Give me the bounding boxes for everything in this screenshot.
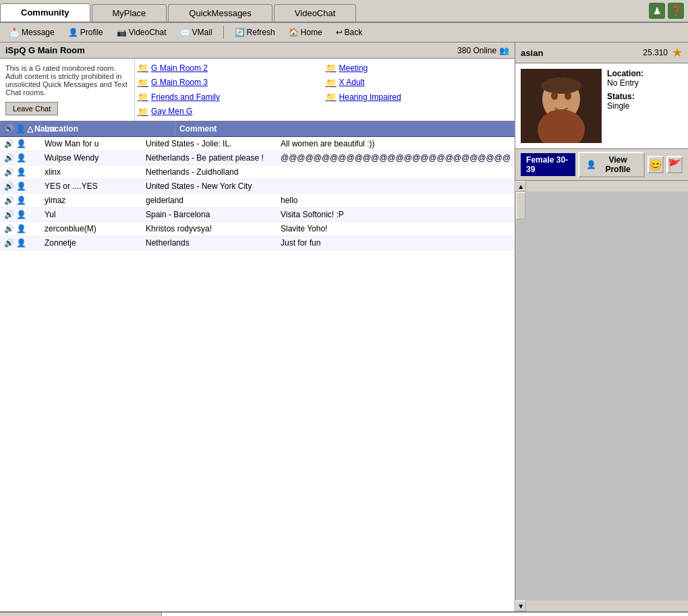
speaker-icon: 🔊	[4, 210, 14, 219]
view-profile-button[interactable]: 👤 View Profile	[578, 152, 645, 177]
leave-chat-button[interactable]: Leave Chat	[5, 102, 58, 115]
room-description: This is a G rated monitored room. Adult …	[0, 59, 135, 121]
avatar-icon: 👤	[16, 238, 26, 248]
home-icon: 🏠	[289, 28, 299, 37]
user-location: United States - Jolie: IL.	[142, 137, 277, 150]
gender-age-badge: Female 30-39	[521, 153, 575, 176]
refresh-button[interactable]: 🔄 Refresh	[229, 26, 281, 39]
user-name: Zonnetje	[40, 236, 142, 250]
row-icons: 🔊 👤	[0, 222, 40, 235]
user-location: Spain - Barcelona	[142, 208, 277, 221]
tab-videochat[interactable]: VideoChat	[274, 4, 356, 22]
row-icons: 🔊 👤	[0, 151, 40, 165]
row-icons: 🔊 👤	[0, 137, 40, 150]
green-icon-1[interactable]: ♟	[649, 3, 665, 19]
speaker-icon: 🔊	[4, 181, 14, 191]
vmail-button[interactable]: ✉️ VMail	[175, 26, 218, 39]
sub-room-item[interactable]: 📁 X Adult	[326, 76, 513, 90]
vmail-icon: ✉️	[180, 28, 190, 37]
room-info-area: This is a G rated monitored room. Adult …	[0, 59, 515, 121]
flag-button[interactable]: 🚩	[666, 156, 683, 173]
message-button[interactable]: 📩 Message	[4, 26, 60, 39]
view-profile-icon: 👤	[586, 160, 596, 169]
sub-room-item[interactable]: 📁 G Main Room 3	[138, 76, 324, 90]
videochat-button[interactable]: 📷 VideoChat	[111, 26, 172, 39]
chat-panel: Chat 12 Users 👥 👤 george 👤 soulman123 👤 …	[0, 613, 162, 616]
tab-community[interactable]: Community	[0, 3, 90, 22]
user-comment: Visita Softonic! :P	[277, 208, 515, 221]
profile-button[interactable]: 👤 Profile	[63, 26, 109, 39]
sub-room-item[interactable]: 📁 Friends and Family	[138, 90, 324, 104]
room-icon: 📁	[138, 107, 148, 117]
tab-bar: Community MyPlace QuickMessages VideoCha…	[0, 0, 688, 23]
row-icons: 🔊 👤	[0, 236, 40, 250]
smile-button[interactable]: 😊	[648, 156, 664, 173]
chat-header: Chat 12 Users 👥	[0, 613, 161, 616]
online-count: 380 Online 👥	[457, 46, 509, 55]
row-icons: 🔊 👤	[0, 208, 40, 221]
user-comment	[277, 184, 515, 188]
profile-icon: 👤	[68, 28, 78, 37]
users-icon: 👥	[499, 46, 509, 55]
home-button[interactable]: 🏠 Home	[283, 26, 328, 39]
room-icon: 📁	[326, 78, 337, 88]
svg-point-5	[541, 78, 581, 94]
speaker-icon: 🔊	[4, 238, 14, 248]
videochat-icon: 📷	[117, 28, 127, 37]
header-comment-col: Comment	[175, 121, 515, 136]
table-row[interactable]: 🔊 👤 xlinx Netherlands - Zuidholland	[0, 165, 515, 179]
sub-room-item[interactable]: 📁 Meeting	[326, 61, 513, 75]
sub-room-item[interactable]: 📁 Gay Men G	[138, 105, 324, 119]
user-name: YES or ....YES	[40, 179, 142, 193]
table-row[interactable]: 🔊 👤 Zonnetje Netherlands Just for fun	[0, 236, 515, 250]
profile-photo	[521, 69, 602, 143]
speaker-icon: 🔊	[4, 167, 14, 177]
avatar-icon: 👤	[16, 181, 26, 191]
tab-quickmessages[interactable]: QuickMessages	[168, 4, 272, 22]
user-list-body: 🔊 👤 Wow Man for u United States - Jolie:…	[0, 137, 515, 611]
room-header: iSpQ G Main Room 380 Online 👥	[0, 43, 515, 59]
chat-messages-panel: *** Requesting Text Chat Access...Access…	[162, 613, 688, 616]
table-row[interactable]: 🔊 👤 Wulpse Wendy Netherlands - Be patien…	[0, 151, 515, 165]
avatar-icon: 👤	[16, 153, 26, 163]
profile-points: 25.310	[643, 48, 668, 57]
header-location-col: Location	[40, 121, 175, 136]
profile-header: asian 25.310 ★	[515, 43, 688, 63]
toolbar: 📩 Message 👤 Profile 📷 VideoChat ✉️ VMail…	[0, 23, 688, 43]
back-icon: ↩	[336, 28, 343, 37]
table-row[interactable]: 🔊 👤 ylmaz gelderland hello	[0, 194, 515, 208]
back-button[interactable]: ↩ Back	[331, 26, 368, 39]
user-comment: All women are beautiful :))	[277, 137, 515, 150]
table-row[interactable]: 🔊 👤 Yul Spain - Barcelona Visita Softoni…	[0, 208, 515, 222]
user-location: Netherlands - Be patient please !	[142, 151, 277, 165]
room-icon: 📁	[326, 63, 337, 73]
status-value: Single	[607, 101, 683, 111]
profile-content: Location: No Entry Status: Single	[515, 63, 688, 149]
table-row[interactable]: 🔊 👤 YES or ....YES United States - New Y…	[0, 179, 515, 194]
avatar-icon: 👤	[16, 210, 26, 219]
profile-actions: Female 30-39 👤 View Profile 😊 🚩	[515, 149, 688, 181]
profile-name: asian	[521, 48, 643, 58]
sub-room-item[interactable]: 📁 G Main Room 2	[138, 61, 324, 75]
avatar-icon: 👤	[16, 167, 26, 177]
scroll-down-button[interactable]: ▼	[515, 600, 526, 611]
user-name: Yul	[40, 208, 142, 221]
user-header-icon: 👤	[16, 124, 26, 134]
user-comment: hello	[277, 194, 515, 207]
speaker-icon: 🔊	[4, 224, 14, 233]
sub-room-item[interactable]: 📁 Hearing Impaired	[326, 90, 513, 104]
right-scroll-area: ▲ ▼	[515, 181, 688, 611]
user-location: United States - New York City	[142, 179, 277, 193]
toolbar-separator	[223, 26, 224, 39]
user-location: Netherlands - Zuidholland	[142, 165, 277, 179]
green-icon-2[interactable]: ❓	[668, 3, 684, 19]
location-value: No Entry	[607, 78, 683, 88]
scroll-up-button[interactable]: ▲	[515, 181, 526, 192]
table-row[interactable]: 🔊 👤 Wow Man for u United States - Jolie:…	[0, 137, 515, 151]
bottom-area: Chat 12 Users 👥 👤 george 👤 soulman123 👤 …	[0, 611, 688, 616]
table-row[interactable]: 🔊 👤 zerconblue(M) Khristos rodyvsya! Sla…	[0, 222, 515, 236]
row-icons: 🔊 👤	[0, 194, 40, 207]
tab-myplace[interactable]: MyPlace	[92, 4, 167, 22]
right-panel: asian 25.310 ★ Location: No Ent	[515, 43, 688, 611]
scroll-thumb[interactable]	[516, 192, 525, 219]
